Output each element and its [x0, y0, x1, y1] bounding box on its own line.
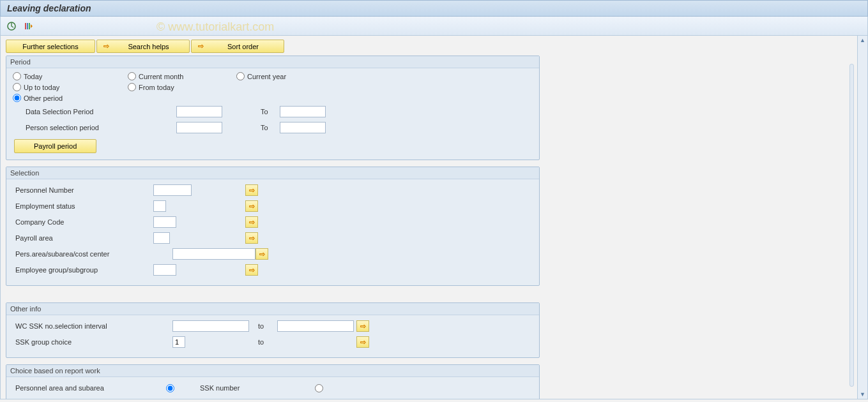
- ssk-number-label: SSK number: [200, 384, 315, 392]
- employee-group-input[interactable]: [153, 264, 176, 276]
- person-selection-period-label: Person selection period: [13, 124, 153, 131]
- radio-other-period-input[interactable]: [13, 94, 21, 102]
- content-area: Further selections ⇨ Search helps ⇨ Sort…: [1, 36, 857, 399]
- svg-rect-2: [27, 23, 28, 29]
- payroll-period-button[interactable]: Payroll period: [14, 139, 96, 153]
- execute-icon[interactable]: [6, 20, 17, 32]
- radio-today-label: Today: [24, 73, 42, 80]
- search-helps-button[interactable]: ⇨ Search helps: [96, 40, 190, 53]
- pers-area-multi-icon[interactable]: ⇨: [255, 248, 268, 260]
- personnel-number-input[interactable]: [153, 184, 192, 196]
- radio-current-month-input[interactable]: [128, 72, 136, 80]
- arrow-icon: ⇨: [103, 42, 109, 50]
- top-button-row: Further selections ⇨ Search helps ⇨ Sort…: [6, 40, 852, 53]
- to-label: to: [258, 338, 277, 346]
- employment-status-input[interactable]: [153, 200, 166, 212]
- choice-group: Choice based on report work Personnel ar…: [6, 364, 540, 399]
- radio-other-period[interactable]: Other period: [13, 94, 115, 102]
- to-label: to: [258, 322, 277, 330]
- data-selection-to-input[interactable]: [280, 106, 326, 117]
- period-group-title: Period: [6, 56, 539, 68]
- period-group: Period Today Current month Current year: [6, 56, 540, 160]
- employment-status-label: Employment status: [13, 202, 153, 210]
- payroll-area-multi-icon[interactable]: ⇨: [245, 232, 258, 244]
- radio-current-year-input[interactable]: [236, 72, 245, 80]
- data-selection-from-input[interactable]: [176, 106, 222, 117]
- page-title: Leaving declaration: [7, 3, 91, 13]
- personnel-number-label: Personnel Number: [13, 186, 153, 194]
- other-info-title: Other info: [6, 303, 539, 315]
- personnel-area-label: Personnel area and subarea: [13, 384, 166, 392]
- radio-up-to-today-label: Up to today: [24, 84, 59, 91]
- ssk-group-label: SSK group choice: [13, 338, 172, 346]
- scroll-down-icon[interactable]: ▼: [860, 391, 865, 398]
- radio-current-year[interactable]: Current year: [236, 72, 339, 80]
- vertical-scrollbar[interactable]: ▲ ▼: [857, 36, 867, 399]
- scrollbar-track[interactable]: [849, 64, 854, 387]
- company-code-input[interactable]: [153, 216, 176, 228]
- radio-from-today-label: From today: [139, 84, 174, 91]
- company-code-multi-icon[interactable]: ⇨: [245, 216, 258, 228]
- radio-today[interactable]: Today: [13, 72, 121, 80]
- toolbar: [0, 17, 868, 36]
- ssk-group-multi-icon[interactable]: ⇨: [356, 336, 369, 348]
- data-selection-period-label: Data Selection Period: [13, 108, 153, 115]
- svg-rect-3: [29, 23, 30, 29]
- pers-area-input[interactable]: [172, 248, 255, 260]
- sort-order-label: Sort order: [209, 43, 277, 50]
- ssk-group-from-input[interactable]: [172, 336, 185, 348]
- radio-current-month[interactable]: Current month: [128, 72, 230, 80]
- wc-ssk-label: WC SSK no.selection interval: [13, 322, 172, 330]
- sort-order-button[interactable]: ⇨ Sort order: [191, 40, 284, 53]
- wc-ssk-to-input[interactable]: [277, 320, 354, 332]
- payroll-area-input[interactable]: [153, 232, 170, 244]
- radio-current-month-label: Current month: [139, 73, 183, 80]
- person-selection-from-input[interactable]: [176, 122, 222, 133]
- payroll-period-label: Payroll period: [34, 142, 77, 150]
- employee-group-label: Employee group/subgroup: [13, 266, 153, 274]
- pers-area-label: Pers.area/subarea/cost center: [13, 250, 172, 258]
- radio-up-to-today[interactable]: Up to today: [13, 83, 121, 91]
- selection-group: Selection Personnel Number ⇨ Employment …: [6, 167, 540, 286]
- scroll-up-icon[interactable]: ▲: [860, 37, 865, 43]
- wc-ssk-multi-icon[interactable]: ⇨: [356, 320, 369, 332]
- selection-group-title: Selection: [6, 167, 539, 179]
- svg-rect-1: [25, 23, 26, 29]
- wc-ssk-from-input[interactable]: [172, 320, 249, 332]
- person-selection-to-input[interactable]: [280, 122, 326, 133]
- variant-icon[interactable]: [22, 20, 34, 32]
- radio-up-to-today-input[interactable]: [13, 83, 21, 91]
- radio-from-today[interactable]: From today: [128, 83, 230, 91]
- employment-status-multi-icon[interactable]: ⇨: [245, 200, 258, 212]
- to-label: To: [261, 108, 280, 115]
- arrow-icon: ⇨: [198, 42, 204, 50]
- radio-personnel-area[interactable]: [166, 384, 174, 392]
- radio-today-input[interactable]: [13, 72, 21, 80]
- to-label: To: [261, 124, 280, 131]
- radio-from-today-input[interactable]: [128, 83, 136, 91]
- choice-title: Choice based on report work: [6, 365, 539, 377]
- radio-current-year-label: Current year: [247, 73, 286, 80]
- search-helps-label: Search helps: [114, 43, 183, 50]
- radio-ssk-number[interactable]: [315, 384, 323, 392]
- further-selections-label: Further selections: [22, 43, 78, 50]
- personnel-number-multi-icon[interactable]: ⇨: [245, 184, 258, 196]
- radio-other-period-label: Other period: [24, 94, 63, 102]
- title-bar: Leaving declaration: [0, 0, 868, 17]
- further-selections-button[interactable]: Further selections: [6, 40, 95, 53]
- company-code-label: Company Code: [13, 218, 153, 226]
- employee-group-multi-icon[interactable]: ⇨: [245, 264, 258, 276]
- other-info-group: Other info WC SSK no.selection interval …: [6, 302, 540, 358]
- main: Further selections ⇨ Search helps ⇨ Sort…: [0, 36, 868, 399]
- payroll-area-label: Payroll area: [13, 234, 153, 242]
